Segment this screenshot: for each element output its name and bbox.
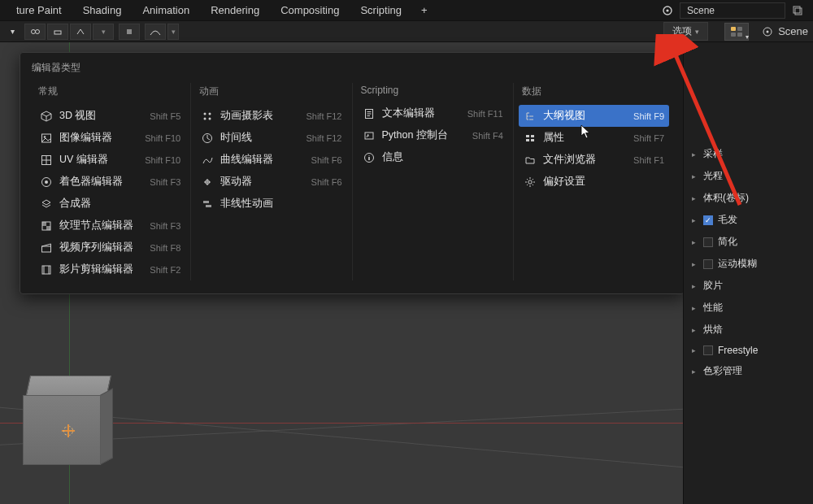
panel-checkbox[interactable] (703, 237, 713, 247)
menu-item-shortcut: Shift F8 (141, 243, 180, 253)
editor-type-item[interactable]: 视频序列编辑器Shift F8 (35, 237, 185, 259)
menu-item-label: UV 编辑器 (59, 153, 130, 167)
menu-item-shortcut: Shift F10 (137, 133, 180, 143)
properties-panel-section[interactable]: ▸色彩管理 (684, 360, 813, 382)
popup-title: 编辑器类型 (30, 61, 674, 75)
panel-checkbox[interactable] (703, 259, 713, 269)
tool-button[interactable]: ▾ (167, 24, 179, 40)
disclosure-triangle-icon: ▸ (692, 326, 698, 334)
nla-icon (201, 198, 214, 211)
svg-point-1 (666, 9, 668, 11)
properties-panel-section[interactable]: ▸性能 (684, 297, 813, 319)
menu-item-label: Python 控制台 (382, 128, 458, 142)
menu-item-shortcut: Shift F1 (625, 155, 664, 165)
svg-rect-9 (737, 27, 742, 31)
editor-type-dropdown-icon[interactable]: ▾ (5, 24, 20, 39)
editor-type-item[interactable]: 时间线Shift F12 (196, 127, 346, 149)
copy-scene-icon[interactable] (790, 3, 805, 18)
svg-point-18 (45, 180, 48, 184)
workspace-tab[interactable]: ture Paint (7, 1, 72, 20)
svg-rect-30 (203, 201, 209, 203)
scene-icon (762, 26, 773, 37)
editor-type-item[interactable]: 曲线编辑器Shift F6 (196, 149, 346, 171)
editor-type-item[interactable]: 偏好设置 (519, 171, 669, 193)
editor-type-item[interactable]: 合成器 (35, 193, 185, 215)
editor-type-item[interactable]: 文件浏览器Shift F1 (519, 149, 669, 171)
properties-panel-section[interactable]: ▸简化 (684, 231, 813, 253)
svg-point-26 (204, 117, 207, 119)
editor-type-item[interactable]: 3D 视图Shift F5 (35, 105, 185, 127)
panel-checkbox[interactable] (703, 345, 713, 355)
menu-item-label: 属性 (543, 131, 619, 145)
tool-button[interactable] (119, 24, 140, 40)
svg-rect-36 (531, 135, 534, 137)
disclosure-triangle-icon: ▸ (692, 282, 698, 290)
menu-item-label: 影片剪辑编辑器 (59, 263, 135, 276)
panel-checkbox[interactable]: ✓ (703, 215, 713, 225)
editor-type-item[interactable]: Python 控制台Shift F4 (358, 124, 508, 146)
outliner-editor-type-button[interactable]: ▾ (724, 23, 749, 41)
disclosure-triangle-icon: ▸ (692, 194, 698, 202)
tool-button[interactable] (47, 24, 68, 40)
folder-icon (524, 154, 537, 167)
editor-type-item[interactable]: 驱动器Shift F6 (196, 171, 346, 193)
workspace-tab[interactable]: Animation (133, 1, 199, 20)
panel-section-label: 烘焙 (703, 323, 723, 337)
workspace-tab[interactable]: Scripting (350, 1, 411, 20)
workspace-tab[interactable]: Rendering (201, 1, 269, 20)
tool-button[interactable] (145, 24, 166, 40)
menu-item-shortcut: Shift F9 (625, 111, 664, 121)
editor-type-item[interactable]: 影片剪辑编辑器Shift F2 (35, 259, 185, 280)
driver-icon (201, 176, 214, 189)
svg-rect-3 (795, 8, 802, 15)
properties-panel-section[interactable]: ▸Freestyle (684, 341, 813, 360)
workspace-tab[interactable]: Compositing (271, 1, 349, 20)
tool-button[interactable]: ▾ (93, 24, 114, 40)
properties-panel-section[interactable]: ▸光程 (684, 165, 813, 187)
editor-type-item[interactable]: 大纲视图Shift F9 (519, 105, 669, 127)
properties-panel-section[interactable]: ▸胶片 (684, 275, 813, 297)
workspace-tab[interactable]: Shading (73, 1, 132, 20)
properties-panel-section[interactable]: ▸运动模糊 (684, 253, 813, 275)
menu-item-label: 曲线编辑器 (220, 153, 296, 167)
properties-panel-section[interactable]: ▸体积(卷标) (684, 187, 813, 209)
menu-item-label: 动画摄影表 (220, 109, 291, 123)
svg-point-24 (204, 112, 207, 115)
menu-item-shortcut: Shift F5 (141, 111, 180, 121)
menu-item-shortcut: Shift F2 (141, 265, 180, 275)
default-cube[interactable] (23, 376, 109, 462)
add-workspace-button[interactable]: + (413, 1, 436, 20)
tool-button[interactable] (24, 24, 46, 40)
svg-point-13 (767, 30, 769, 33)
svg-point-4 (32, 29, 36, 33)
svg-rect-35 (526, 135, 529, 137)
outliner-scene-label: Scene (762, 25, 808, 37)
editor-type-item[interactable]: 非线性动画 (196, 193, 346, 215)
editor-type-item[interactable]: 属性Shift F7 (519, 127, 669, 149)
editor-type-item[interactable]: 图像编辑器Shift F10 (35, 127, 185, 149)
python-icon (363, 129, 376, 142)
menu-item-label: 3D 视图 (59, 109, 135, 123)
scene-name-input[interactable] (680, 2, 785, 19)
disclosure-triangle-icon: ▸ (692, 216, 698, 224)
editor-type-item[interactable]: 动画摄影表Shift F12 (196, 105, 346, 127)
editor-type-item[interactable]: 着色器编辑器Shift F3 (35, 171, 185, 193)
editor-type-item[interactable]: 文本编辑器Shift F11 (358, 102, 508, 124)
cube-icon (40, 110, 53, 123)
panel-section-label: 性能 (703, 301, 723, 315)
svg-rect-21 (46, 226, 50, 230)
options-dropdown[interactable]: 选项 ▾ (663, 22, 708, 41)
editor-type-item[interactable]: 纹理节点编辑器Shift F3 (35, 215, 185, 237)
chevron-down-icon: ▾ (695, 28, 699, 36)
image-icon (40, 132, 53, 145)
menu-item-shortcut: Shift F6 (303, 155, 342, 165)
tool-button[interactable] (70, 24, 91, 40)
panel-section-label: 体积(卷标) (703, 191, 749, 205)
editor-type-item[interactable]: UV 编辑器Shift F10 (35, 149, 185, 171)
properties-panel-section[interactable]: ▸烘焙 (684, 319, 813, 341)
menu-item-shortcut: Shift F3 (141, 177, 180, 187)
editor-type-item[interactable]: 信息 (358, 146, 508, 168)
panel-section-label: 运动模糊 (718, 257, 757, 271)
properties-panel-section[interactable]: ▸✓毛发 (684, 209, 813, 231)
properties-panel-section[interactable]: ▸采样 (684, 143, 813, 165)
